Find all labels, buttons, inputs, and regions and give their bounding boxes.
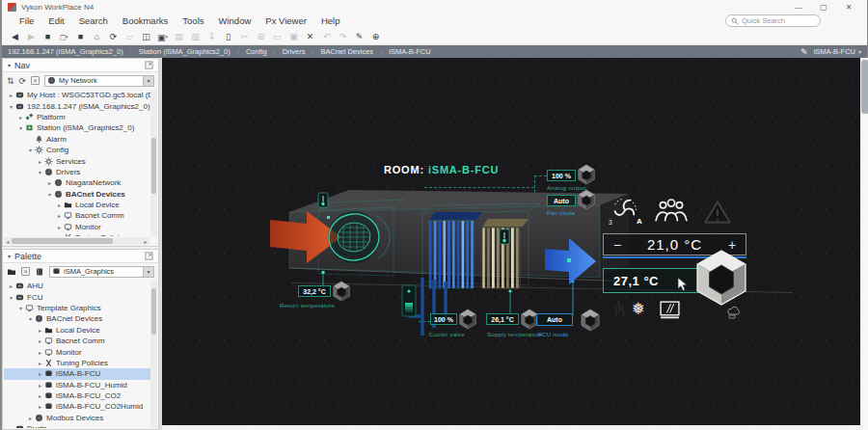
tree-item-bacnet-devices[interactable]: ▾BACnet Devices bbox=[4, 189, 150, 200]
paste-icon[interactable]: ▭ bbox=[270, 30, 285, 43]
maximize-button[interactable]: ▢ bbox=[811, 3, 836, 12]
refresh-icon[interactable]: ⟳ bbox=[106, 30, 121, 43]
menu-help[interactable]: Help bbox=[321, 15, 340, 26]
twisty-icon[interactable]: ▸ bbox=[36, 360, 44, 366]
twisty-icon[interactable]: ▸ bbox=[55, 212, 64, 219]
twisty-icon[interactable]: ▸ bbox=[7, 282, 15, 289]
tree-item-monitor[interactable]: ▸Monitor bbox=[4, 346, 150, 357]
menu-edit[interactable]: Edit bbox=[48, 15, 64, 26]
scroll-right-icon[interactable]: ▸ bbox=[142, 238, 149, 245]
tree-item-isma-b-fcu-humid[interactable]: ▸iSMA-B-FCU_Humid bbox=[4, 380, 150, 390]
crumb-station-isma-graphics2-0[interactable]: Station (iSMA_Graphics2_0) bbox=[139, 47, 231, 56]
delete-icon[interactable]: ✕ bbox=[303, 30, 317, 43]
home-icon[interactable]: ⌂ bbox=[90, 30, 104, 43]
crumb-isma-b-fcu[interactable]: iSMA-B-FCU bbox=[389, 47, 430, 56]
close-view-icon[interactable]: ✕ bbox=[31, 76, 40, 85]
tree-item-isma-b-fcu[interactable]: ▸iSMA-B-FCU bbox=[4, 368, 150, 379]
popout-icon[interactable] bbox=[145, 252, 153, 260]
redo-icon[interactable]: ↷ bbox=[336, 30, 350, 43]
tree-item-alarm[interactable]: Alarm bbox=[4, 134, 150, 145]
nav-scope-dropdown[interactable]: My Network ▼ bbox=[44, 75, 154, 87]
dropdown-caret-icon[interactable]: ▼ bbox=[143, 76, 153, 86]
view-selector[interactable]: iSMA-B-FCU▾ bbox=[814, 47, 861, 56]
open-folder-icon[interactable]: ▣▾ bbox=[155, 30, 170, 43]
close-button[interactable]: ✕ bbox=[836, 3, 861, 12]
copy-icon[interactable]: ⊞ bbox=[254, 30, 268, 43]
twisty-icon[interactable]: ▸ bbox=[55, 224, 64, 230]
collapse-icon[interactable]: ▾ bbox=[8, 253, 11, 259]
tree-item-my-host-wsgc53tgd-gc5-local-demofromappoint[interactable]: ▸My Host : WSGC53TGD.gc5.local (DemoFrom… bbox=[4, 90, 150, 100]
fan-mode-value[interactable]: Auto bbox=[547, 195, 576, 206]
tree-item-ducts[interactable]: ▸Ducts bbox=[4, 423, 150, 428]
tree-item-drivers[interactable]: ▾Drivers bbox=[4, 167, 150, 177]
collapse-icon[interactable]: ▾ bbox=[8, 62, 11, 68]
nav-panel-header[interactable]: ▾ Nav bbox=[3, 59, 158, 72]
recent-dropdown-icon[interactable]: □▾ bbox=[57, 30, 71, 43]
twisty-icon[interactable]: ▸ bbox=[55, 202, 64, 208]
tree-item-services[interactable]: ▸Services bbox=[4, 155, 150, 166]
close-palette-icon[interactable]: ✕ bbox=[21, 267, 30, 276]
open-palette-icon[interactable] bbox=[7, 267, 16, 277]
twisty-icon[interactable]: ▾ bbox=[26, 315, 35, 322]
setpoint-decrement-button[interactable]: − bbox=[604, 237, 631, 253]
scroll-left-icon[interactable]: ◂ bbox=[4, 238, 12, 245]
tree-item-tuning-policies[interactable]: ▸Tuning Policies bbox=[4, 358, 150, 368]
tree-item-local-device[interactable]: ▸Local Device bbox=[4, 200, 150, 210]
twisty-icon[interactable]: ▾ bbox=[26, 147, 35, 153]
twisty-icon[interactable]: ▾ bbox=[16, 124, 25, 131]
split-view-icon[interactable]: ◫ bbox=[139, 30, 153, 43]
stop-icon[interactable]: ▱ bbox=[122, 30, 137, 43]
twisty-icon[interactable]: ▸ bbox=[45, 179, 54, 186]
nav-horizontal-scrollbar[interactable]: ◂ ▸ bbox=[4, 237, 149, 245]
twisty-icon[interactable]: ▸ bbox=[36, 158, 44, 165]
twisty-icon[interactable]: ▾ bbox=[7, 294, 15, 301]
edit-icon[interactable]: ✎ bbox=[352, 30, 366, 43]
cut-icon[interactable]: ✂ bbox=[237, 30, 252, 43]
twisty-icon[interactable]: ▸ bbox=[36, 349, 44, 356]
twisty-icon[interactable]: ▸ bbox=[7, 425, 15, 428]
up-level-icon[interactable]: ■ bbox=[41, 30, 55, 43]
refresh-icon[interactable]: ⟳ bbox=[19, 76, 27, 86]
twisty-icon[interactable]: ▸ bbox=[36, 403, 44, 410]
twisty-icon[interactable]: ▸ bbox=[36, 337, 44, 344]
tree-item-bacnet-comm[interactable]: ▸Bacnet Comm bbox=[4, 336, 150, 346]
palette-vertical-scrollbar[interactable] bbox=[150, 281, 157, 428]
twisty-icon[interactable]: ▸ bbox=[36, 327, 44, 334]
twisty-icon[interactable]: ▸ bbox=[16, 114, 25, 121]
analog-output-value[interactable]: 100 % bbox=[547, 170, 576, 181]
tree-item-platform[interactable]: ▸Platform bbox=[4, 112, 150, 122]
copy-folder-icon[interactable]: ■ bbox=[73, 30, 88, 43]
twisty-icon[interactable]: ▸ bbox=[36, 392, 44, 399]
tree-item-niagaranetwork[interactable]: ▸NiagaraNetwork bbox=[4, 177, 150, 188]
back-icon[interactable]: ◀ bbox=[8, 30, 22, 43]
tree-item-bacnet-devices[interactable]: ▾BACnet Devices bbox=[4, 313, 150, 324]
tree-item-template-graphics[interactable]: ▾Template Graphics bbox=[4, 303, 150, 313]
new-document-icon[interactable]: ▯ bbox=[221, 30, 235, 43]
menu-search[interactable]: Search bbox=[79, 15, 108, 26]
twisty-icon[interactable]: ▾ bbox=[16, 305, 25, 311]
menu-tools[interactable]: Tools bbox=[182, 15, 203, 26]
twisty-icon[interactable]: ▾ bbox=[7, 103, 15, 110]
minimize-button[interactable]: — bbox=[786, 3, 811, 12]
palette-library-icon[interactable] bbox=[35, 267, 44, 277]
crumb-bacnet-devices[interactable]: BACnet Devices bbox=[321, 47, 374, 56]
import-icon[interactable]: ↧ bbox=[204, 30, 219, 43]
tree-item-monitor[interactable]: ▸Monitor bbox=[4, 222, 150, 232]
tree-item-station-isma-graphics2-0[interactable]: ▾Station (iSMA_Graphics2_0) bbox=[4, 122, 150, 133]
palette-panel-header[interactable]: ▾ Palette bbox=[3, 250, 158, 263]
twisty-icon[interactable]: ▾ bbox=[36, 169, 44, 175]
palette-dropdown[interactable]: iSMA_Graphics ▼ bbox=[49, 266, 154, 278]
tree-item-isma-b-fcu-co2[interactable]: ▸iSMA-B-FCU_CO2 bbox=[4, 390, 150, 401]
dropdown-caret-icon[interactable]: ▼ bbox=[143, 267, 153, 277]
main-vertical-scrollbar[interactable] bbox=[860, 58, 868, 430]
menu-bookmarks[interactable]: Bookmarks bbox=[122, 15, 169, 26]
tree-item-ahu[interactable]: ▸AHU bbox=[4, 281, 150, 291]
tree-item-fcu[interactable]: ▾FCU bbox=[4, 291, 150, 302]
tree-item-config[interactable]: ▾Config bbox=[4, 145, 150, 155]
nav-vertical-scrollbar[interactable] bbox=[150, 90, 157, 236]
twisty-icon[interactable]: ▸ bbox=[26, 415, 35, 421]
save-all-icon[interactable]: ▥ bbox=[188, 30, 203, 43]
crumb-192-168-1-247-isma-graphics2-0[interactable]: 192.168.1.247 (iSMA_Graphics2_0) bbox=[8, 47, 123, 56]
menu-px-viewer[interactable]: Px Viewer bbox=[265, 15, 307, 26]
undo-icon[interactable]: ↶ bbox=[319, 30, 334, 43]
